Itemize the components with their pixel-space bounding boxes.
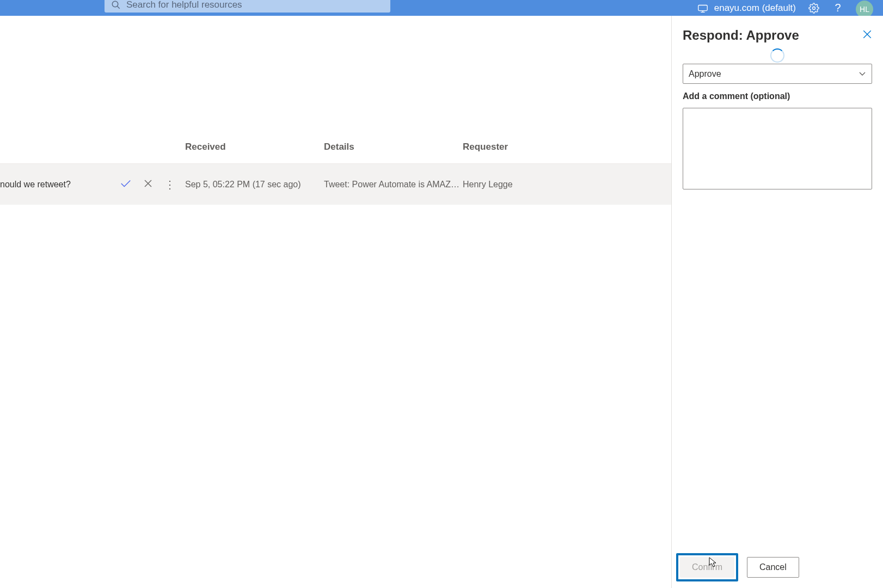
row-received: Sep 5, 05:22 PM (17 sec ago) (185, 180, 324, 189)
confirm-button[interactable]: Confirm (680, 557, 734, 578)
row-actions: ⋮ (120, 179, 175, 191)
dropdown-value: Approve (689, 69, 721, 79)
approvals-table: Received Details Requester nould we retw… (0, 16, 671, 588)
search-input[interactable] (126, 0, 384, 10)
confirm-highlight: Confirm (676, 553, 738, 581)
col-received[interactable]: Received (185, 142, 324, 152)
header-right: enayu.com (default) ? HL (697, 0, 873, 16)
environment-icon (697, 2, 709, 14)
comment-textarea[interactable] (683, 108, 872, 189)
avatar-initials: HL (860, 5, 869, 14)
avatar[interactable]: HL (856, 1, 873, 18)
row-details: Tweet: Power Automate is AMAZEBA... (324, 180, 463, 189)
respond-panel: Respond: Approve Approve Add a comment (… (671, 16, 883, 588)
reject-icon[interactable] (144, 179, 152, 190)
panel-title: Respond: Approve (683, 28, 799, 43)
table-header: Received Details Requester (0, 130, 671, 164)
environment-picker[interactable]: enayu.com (default) (697, 2, 796, 14)
panel-header: Respond: Approve (683, 28, 872, 43)
app-header: enayu.com (default) ? HL (0, 0, 883, 16)
loading-spinner (770, 48, 784, 63)
row-requester: Henry Legge (463, 180, 671, 189)
svg-line-1 (117, 6, 120, 9)
svg-point-0 (112, 1, 118, 7)
svg-rect-2 (698, 5, 708, 10)
col-details[interactable]: Details (324, 142, 463, 152)
row-title-text: nould we retweet? (0, 180, 111, 189)
col-requester[interactable]: Requester (463, 142, 671, 152)
approve-icon[interactable] (120, 179, 132, 191)
svg-point-5 (813, 7, 815, 9)
cancel-label: Cancel (759, 562, 787, 572)
environment-label: enayu.com (default) (714, 3, 796, 14)
response-dropdown[interactable]: Approve (683, 64, 872, 84)
close-icon[interactable] (862, 29, 872, 41)
search-box[interactable] (105, 0, 390, 13)
chevron-down-icon (859, 71, 866, 77)
help-icon[interactable]: ? (832, 2, 844, 14)
search-icon (111, 0, 121, 10)
cancel-button[interactable]: Cancel (747, 557, 799, 578)
panel-footer: Confirm Cancel (676, 553, 799, 581)
table-row[interactable]: nould we retweet? ⋮ Sep 5, 05:22 PM (17 … (0, 164, 671, 205)
row-title-cell: nould we retweet? ⋮ (0, 179, 185, 191)
content-area: Received Details Requester nould we retw… (0, 16, 883, 588)
comment-label: Add a comment (optional) (683, 91, 872, 101)
gear-icon[interactable] (808, 2, 820, 14)
confirm-label: Confirm (692, 562, 722, 572)
